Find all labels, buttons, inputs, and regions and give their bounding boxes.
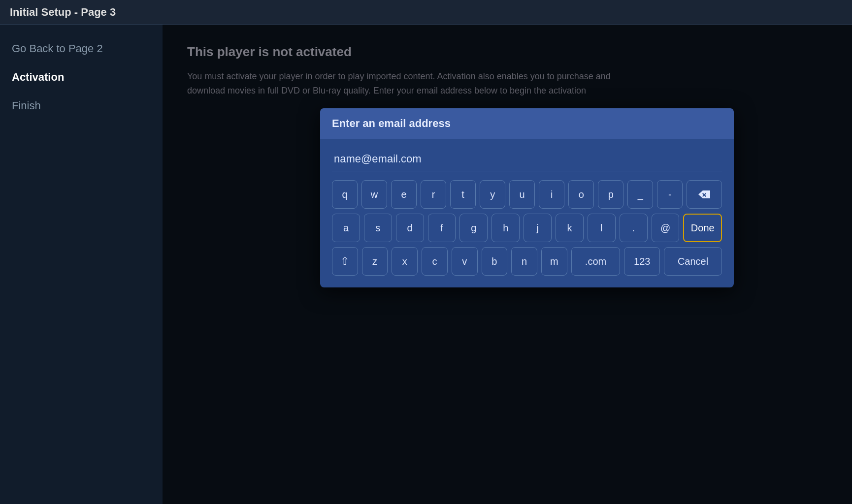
key-y[interactable]: y xyxy=(480,180,505,209)
keyboard: q w e r t y u i o p _ - xyxy=(332,180,722,276)
key-m[interactable]: m xyxy=(541,247,567,276)
key-123[interactable]: 123 xyxy=(624,247,660,276)
layout: Go Back to Page 2 Activation Finish This… xyxy=(0,25,852,504)
dialog-body: name@email.com q w e r t y u i o p xyxy=(320,139,734,287)
key-cancel[interactable]: Cancel xyxy=(664,247,722,276)
key-v[interactable]: v xyxy=(452,247,478,276)
sidebar-item-activation[interactable]: Activation xyxy=(10,68,153,87)
keyboard-row-2: a s d f g h j k l . @ Done xyxy=(332,214,722,242)
keyboard-row-1: q w e r t y u i o p _ - xyxy=(332,180,722,209)
key-n[interactable]: n xyxy=(511,247,537,276)
key-period[interactable]: . xyxy=(620,214,648,242)
key-t[interactable]: t xyxy=(450,180,476,209)
key-underscore[interactable]: _ xyxy=(627,180,653,209)
key-u[interactable]: u xyxy=(509,180,535,209)
key-done[interactable]: Done xyxy=(683,214,721,242)
key-a[interactable]: a xyxy=(332,214,360,242)
main-content: This player is not activated You must ac… xyxy=(163,25,852,504)
sidebar: Go Back to Page 2 Activation Finish xyxy=(0,25,163,504)
key-dash[interactable]: - xyxy=(657,180,683,209)
key-q[interactable]: q xyxy=(332,180,358,209)
key-o[interactable]: o xyxy=(568,180,594,209)
title-bar: Initial Setup - Page 3 xyxy=(0,0,852,25)
key-backspace[interactable] xyxy=(687,180,722,209)
key-r[interactable]: r xyxy=(421,180,446,209)
key-i[interactable]: i xyxy=(539,180,564,209)
page-title: Initial Setup - Page 3 xyxy=(10,6,116,19)
key-shift[interactable]: ⇧ xyxy=(332,247,358,276)
dialog-title: Enter an email address xyxy=(332,117,451,129)
key-w[interactable]: w xyxy=(361,180,387,209)
email-dialog: Enter an email address name@email.com q … xyxy=(320,108,734,287)
key-d[interactable]: d xyxy=(396,214,424,242)
key-c[interactable]: c xyxy=(422,247,448,276)
key-p[interactable]: p xyxy=(598,180,623,209)
key-j[interactable]: j xyxy=(524,214,552,242)
key-z[interactable]: z xyxy=(362,247,388,276)
key-b[interactable]: b xyxy=(482,247,508,276)
key-l[interactable]: l xyxy=(588,214,616,242)
key-dotcom[interactable]: .com xyxy=(571,247,621,276)
key-at[interactable]: @ xyxy=(652,214,680,242)
dialog-header: Enter an email address xyxy=(320,108,734,139)
key-f[interactable]: f xyxy=(428,214,456,242)
email-display[interactable]: name@email.com xyxy=(332,148,722,171)
key-k[interactable]: k xyxy=(556,214,584,242)
key-h[interactable]: h xyxy=(492,214,520,242)
key-e[interactable]: e xyxy=(391,180,417,209)
key-x[interactable]: x xyxy=(392,247,418,276)
sidebar-item-finish[interactable]: Finish xyxy=(10,96,153,115)
sidebar-item-go-back[interactable]: Go Back to Page 2 xyxy=(10,39,153,58)
key-s[interactable]: s xyxy=(364,214,392,242)
backspace-icon xyxy=(698,190,711,199)
keyboard-row-3: ⇧ z x c v b n m .com 123 Cancel xyxy=(332,247,722,276)
key-g[interactable]: g xyxy=(459,214,488,242)
